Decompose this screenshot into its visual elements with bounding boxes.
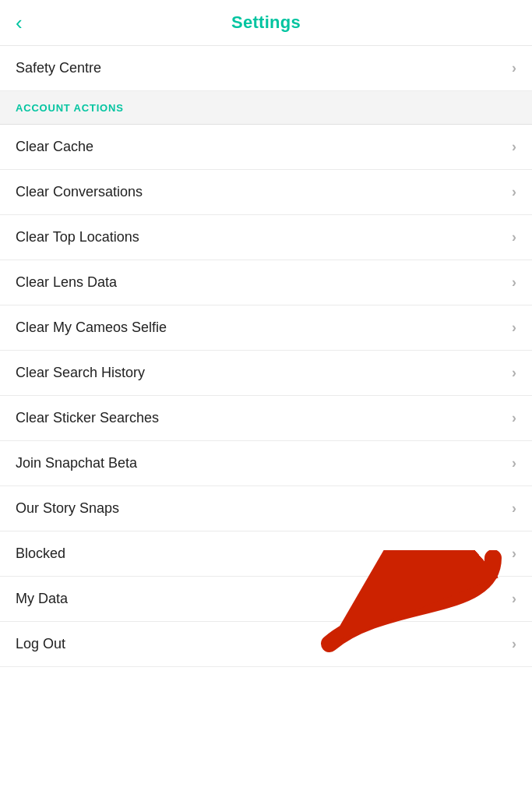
safety-centre-item[interactable]: Safety Centre › <box>0 46 532 91</box>
section-header-label: ACCOUNT ACTIONS <box>16 102 124 114</box>
chevron-right-icon: › <box>512 60 516 76</box>
clear-lens-data-label: Clear Lens Data <box>16 274 117 291</box>
blocked-item[interactable]: Blocked › <box>0 531 532 577</box>
our-story-snaps-item[interactable]: Our Story Snaps › <box>0 486 532 531</box>
clear-sticker-searches-label: Clear Sticker Searches <box>16 410 159 426</box>
chevron-right-icon: › <box>512 139 516 155</box>
blocked-label: Blocked <box>16 546 65 562</box>
clear-my-cameos-selfie-label: Clear My Cameos Selfie <box>16 320 167 336</box>
safety-centre-label: Safety Centre <box>16 60 101 76</box>
clear-sticker-searches-item[interactable]: Clear Sticker Searches › <box>0 396 532 441</box>
chevron-right-icon: › <box>512 455 516 471</box>
clear-top-locations-item[interactable]: Clear Top Locations › <box>0 215 532 260</box>
clear-search-history-label: Clear Search History <box>16 365 145 381</box>
chevron-right-icon: › <box>512 546 516 562</box>
clear-lens-data-item[interactable]: Clear Lens Data › <box>0 260 532 305</box>
chevron-right-icon: › <box>512 500 516 517</box>
log-out-label: Log Out <box>16 636 65 652</box>
chevron-right-icon: › <box>512 274 516 291</box>
chevron-right-icon: › <box>512 636 516 652</box>
chevron-right-icon: › <box>512 229 516 245</box>
chevron-right-icon: › <box>512 410 516 426</box>
chevron-right-icon: › <box>512 184 516 200</box>
my-data-label: My Data <box>16 591 68 607</box>
clear-top-locations-label: Clear Top Locations <box>16 229 139 245</box>
join-snapchat-beta-item[interactable]: Join Snapchat Beta › <box>0 441 532 486</box>
account-actions-section-header: ACCOUNT ACTIONS <box>0 91 532 125</box>
our-story-snaps-label: Our Story Snaps <box>16 500 119 517</box>
back-button[interactable]: ‹ <box>16 12 23 33</box>
clear-cache-label: Clear Cache <box>16 139 93 155</box>
chevron-right-icon: › <box>512 365 516 381</box>
chevron-right-icon: › <box>512 591 516 607</box>
my-data-item[interactable]: My Data › <box>0 577 532 622</box>
clear-conversations-label: Clear Conversations <box>16 184 143 200</box>
page-title: Settings <box>231 12 301 33</box>
settings-header: ‹ Settings <box>0 0 532 46</box>
log-out-container: Log Out › <box>0 622 532 667</box>
log-out-item[interactable]: Log Out › <box>0 622 532 667</box>
clear-conversations-item[interactable]: Clear Conversations › <box>0 170 532 215</box>
join-snapchat-beta-label: Join Snapchat Beta <box>16 455 137 471</box>
chevron-right-icon: › <box>512 320 516 336</box>
clear-search-history-item[interactable]: Clear Search History › <box>0 351 532 396</box>
clear-cache-item[interactable]: Clear Cache › <box>0 125 532 170</box>
clear-my-cameos-selfie-item[interactable]: Clear My Cameos Selfie › <box>0 305 532 351</box>
